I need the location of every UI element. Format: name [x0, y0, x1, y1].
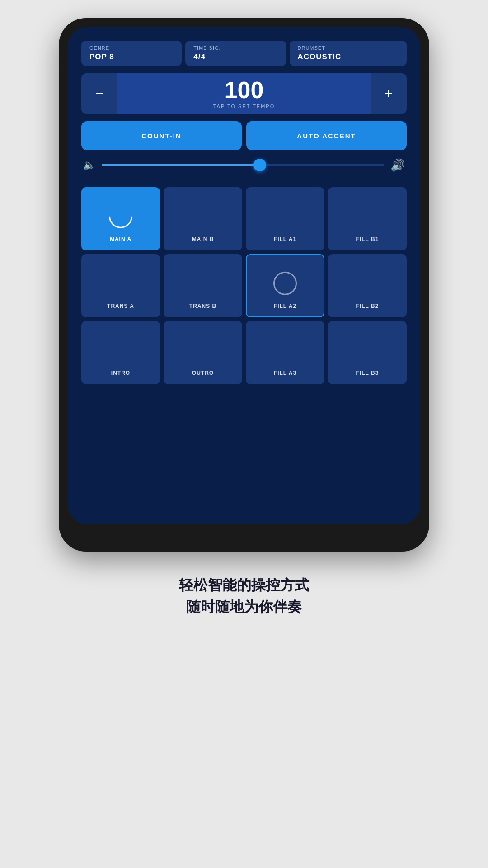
- tempo-value: 100: [225, 78, 264, 102]
- pad-label-fill-b1: FILL B1: [356, 236, 379, 242]
- pad-trans-b[interactable]: TRANS B: [164, 254, 242, 317]
- count-in-button[interactable]: COUNT-IN: [81, 121, 242, 150]
- pad-trans-a[interactable]: TRANS A: [81, 254, 160, 317]
- phone-frame: GENRE POP 8 TIME SIG. 4/4 DRUMSET ACOUST…: [59, 18, 429, 552]
- pads-grid: MAIN AMAIN BFILL A1FILL B1TRANS ATRANS B…: [81, 187, 407, 384]
- phone-screen: GENRE POP 8 TIME SIG. 4/4 DRUMSET ACOUST…: [68, 27, 420, 524]
- pad-main-b[interactable]: MAIN B: [164, 187, 242, 250]
- genre-selector[interactable]: GENRE POP 8: [81, 41, 182, 66]
- time-sig-value: 4/4: [193, 52, 206, 61]
- slider-fill: [102, 164, 260, 166]
- pad-icon-main-a: [109, 205, 132, 228]
- pad-label-main-a: MAIN A: [110, 236, 131, 242]
- pad-label-main-b: MAIN B: [192, 236, 214, 242]
- slider-thumb[interactable]: [253, 159, 266, 171]
- genre-label: GENRE: [89, 45, 174, 51]
- pad-icon-fill-a2: [273, 272, 297, 295]
- pad-label-fill-a3: FILL A3: [274, 370, 296, 376]
- pad-label-fill-b2: FILL B2: [356, 303, 379, 309]
- pad-label-trans-b: TRANS B: [189, 303, 216, 309]
- pad-label-fill-a2: FILL A2: [274, 303, 296, 309]
- time-sig-selector[interactable]: TIME SIG. 4/4: [185, 41, 286, 66]
- pad-main-a[interactable]: MAIN A: [81, 187, 160, 250]
- pad-label-trans-a: TRANS A: [107, 303, 134, 309]
- pad-fill-b1[interactable]: FILL B1: [328, 187, 407, 250]
- drumset-selector[interactable]: DRUMSET ACOUSTIC: [290, 41, 407, 66]
- volume-row: [81, 159, 407, 171]
- drumset-value: ACOUSTIC: [298, 52, 342, 61]
- tempo-label: TAP TO SET TEMPO: [213, 104, 275, 109]
- tempo-decrease-button[interactable]: −: [81, 73, 117, 114]
- tempo-section: − 100 TAP TO SET TEMPO +: [81, 73, 407, 114]
- top-bar: GENRE POP 8 TIME SIG. 4/4 DRUMSET ACOUST…: [81, 41, 407, 66]
- action-buttons-row: COUNT-IN AUTO ACCENT: [81, 121, 407, 150]
- pad-fill-a1[interactable]: FILL A1: [246, 187, 324, 250]
- pad-intro[interactable]: INTRO: [81, 321, 160, 384]
- pad-fill-b3[interactable]: FILL B3: [328, 321, 407, 384]
- pad-outro[interactable]: OUTRO: [164, 321, 242, 384]
- pad-label-fill-b3: FILL B3: [356, 370, 379, 376]
- auto-accent-button[interactable]: AUTO ACCENT: [246, 121, 407, 150]
- pad-label-intro: INTRO: [111, 370, 130, 376]
- bottom-text: 轻松智能的操控方式 随时随地为你伴奏: [179, 574, 309, 618]
- tempo-increase-button[interactable]: +: [371, 73, 407, 114]
- volume-high-icon: [390, 159, 405, 171]
- time-sig-label: TIME SIG.: [193, 45, 277, 51]
- pad-label-fill-a1: FILL A1: [274, 236, 296, 242]
- volume-low-icon: [83, 160, 95, 170]
- bottom-text-line1: 轻松智能的操控方式: [179, 574, 309, 596]
- page-wrapper: GENRE POP 8 TIME SIG. 4/4 DRUMSET ACOUST…: [0, 0, 488, 868]
- drumset-label: DRUMSET: [298, 45, 399, 51]
- pad-fill-a2[interactable]: FILL A2: [246, 254, 324, 317]
- genre-value: POP 8: [89, 52, 114, 61]
- tempo-tap-area[interactable]: 100 TAP TO SET TEMPO: [117, 73, 371, 114]
- pad-fill-a3[interactable]: FILL A3: [246, 321, 324, 384]
- pad-label-outro: OUTRO: [192, 370, 214, 376]
- pad-fill-b2[interactable]: FILL B2: [328, 254, 407, 317]
- volume-slider[interactable]: [102, 164, 384, 166]
- bottom-text-line2: 随时随地为你伴奏: [179, 596, 309, 618]
